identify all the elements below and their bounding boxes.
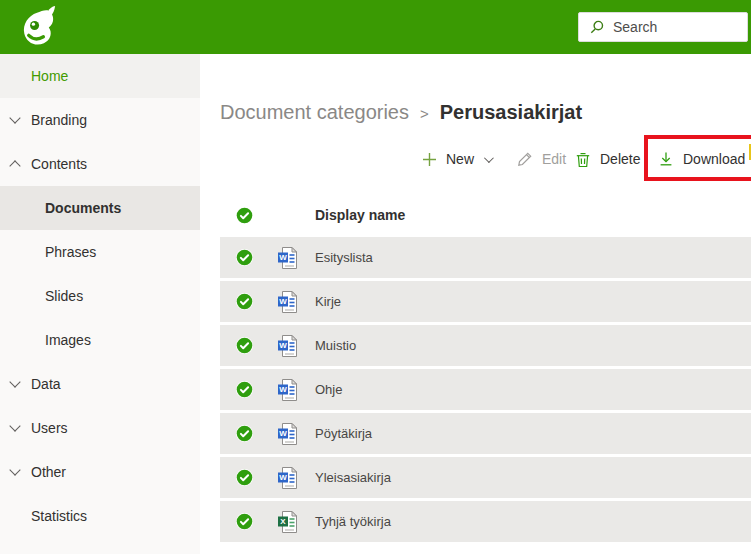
chevron-down-icon	[9, 112, 20, 123]
word-file-icon: W	[277, 290, 298, 314]
edit-button-label: Edit	[542, 151, 566, 167]
sidebar-item-slides[interactable]: Slides	[0, 274, 200, 318]
sidebar-item-users[interactable]: Users	[0, 406, 200, 450]
svg-text:W: W	[279, 385, 287, 394]
breadcrumb-separator: >	[420, 105, 429, 122]
chevron-down-icon	[484, 153, 494, 163]
document-table: Display name W Esityslista	[220, 193, 751, 545]
word-file-icon: W	[277, 422, 298, 446]
chevron-up-icon	[9, 160, 20, 171]
sidebar-item-label: Data	[31, 376, 61, 392]
sidebar-item-label: Statistics	[31, 508, 87, 524]
breadcrumb: Document categories > Perusasiakirjat	[220, 101, 582, 124]
table-row[interactable]: W Kirje	[220, 281, 751, 322]
new-button-label: New	[446, 151, 474, 167]
word-file-icon: W	[277, 246, 298, 270]
selected-check-icon[interactable]	[236, 337, 253, 354]
page-title: Perusasiakirjat	[440, 101, 582, 124]
sidebar-item-label: Documents	[45, 200, 121, 216]
word-file-icon: W	[277, 466, 298, 490]
selected-check-icon[interactable]	[236, 469, 253, 486]
document-name: Pöytäkirja	[315, 426, 372, 441]
sidebar-item-label: Branding	[31, 112, 87, 128]
download-icon	[658, 151, 674, 167]
chameleon-logo[interactable]	[18, 4, 58, 51]
search-input[interactable]	[613, 19, 747, 35]
sidebar-item-label: Images	[45, 332, 91, 348]
svg-text:W: W	[279, 341, 287, 350]
select-all-check-icon[interactable]	[236, 207, 253, 224]
table-row[interactable]: W Yleisasiakirja	[220, 457, 751, 498]
plus-icon	[422, 152, 437, 167]
table-header-row: Display name	[220, 193, 751, 237]
document-name: Tyhjä työkirja	[315, 514, 391, 529]
download-button-label: Download	[683, 151, 745, 167]
new-button[interactable]: New	[422, 142, 491, 176]
word-file-icon: W	[277, 378, 298, 402]
svg-text:W: W	[279, 253, 287, 262]
edit-button[interactable]: Edit	[517, 142, 566, 176]
selected-check-icon[interactable]	[236, 425, 253, 442]
app-header	[0, 0, 751, 54]
sidebar-item-statistics[interactable]: Statistics	[0, 494, 200, 538]
table-row[interactable]: W Pöytäkirja	[220, 413, 751, 454]
word-file-icon: W	[277, 334, 298, 358]
download-button[interactable]: Download	[658, 142, 745, 176]
sidebar-item-home[interactable]: Home	[0, 54, 200, 98]
sidebar-item-label: Contents	[31, 156, 87, 172]
delete-button[interactable]: Delete	[575, 142, 640, 176]
sidebar-item-images[interactable]: Images	[0, 318, 200, 362]
delete-button-label: Delete	[600, 151, 640, 167]
selected-check-icon[interactable]	[236, 513, 253, 530]
selected-check-icon[interactable]	[236, 249, 253, 266]
sidebar-item-documents[interactable]: Documents	[0, 186, 200, 230]
svg-text:X: X	[280, 517, 286, 526]
main-content: Document categories > Perusasiakirjat Ne…	[200, 54, 751, 554]
document-name: Ohje	[315, 382, 342, 397]
search-box[interactable]	[578, 12, 748, 42]
excel-file-icon: X	[277, 510, 298, 534]
column-header-display-name[interactable]: Display name	[315, 207, 405, 223]
sidebar-item-label: Home	[31, 68, 68, 84]
breadcrumb-parent-link[interactable]: Document categories	[220, 101, 409, 124]
sidebar-item-contents[interactable]: Contents	[0, 142, 200, 186]
sidebar-item-label: Phrases	[45, 244, 96, 260]
chevron-down-icon	[9, 420, 20, 431]
sidebar-item-phrases[interactable]: Phrases	[0, 230, 200, 274]
trash-icon	[575, 151, 591, 168]
table-row[interactable]: W Ohje	[220, 369, 751, 410]
document-name: Esityslista	[315, 250, 373, 265]
svg-text:W: W	[279, 473, 287, 482]
document-name: Yleisasiakirja	[315, 470, 391, 485]
svg-text:W: W	[279, 429, 287, 438]
pencil-icon	[517, 151, 533, 167]
table-row[interactable]: W Esityslista	[220, 237, 751, 278]
sidebar: Home Branding Contents Documents Phrases…	[0, 54, 200, 554]
document-name: Kirje	[315, 294, 341, 309]
sidebar-item-data[interactable]: Data	[0, 362, 200, 406]
selected-check-icon[interactable]	[236, 381, 253, 398]
chevron-down-icon	[9, 376, 20, 387]
table-row[interactable]: W Muistio	[220, 325, 751, 366]
table-row[interactable]: X Tyhjä työkirja	[220, 501, 751, 542]
sidebar-item-label: Users	[31, 420, 68, 436]
sidebar-item-other[interactable]: Other	[0, 450, 200, 494]
sidebar-item-label: Other	[31, 464, 66, 480]
document-name: Muistio	[315, 338, 356, 353]
selected-check-icon[interactable]	[236, 293, 253, 310]
svg-text:W: W	[279, 297, 287, 306]
sidebar-item-label: Slides	[45, 288, 83, 304]
search-icon	[589, 19, 605, 35]
chevron-down-icon	[9, 464, 20, 475]
sidebar-item-branding[interactable]: Branding	[0, 98, 200, 142]
